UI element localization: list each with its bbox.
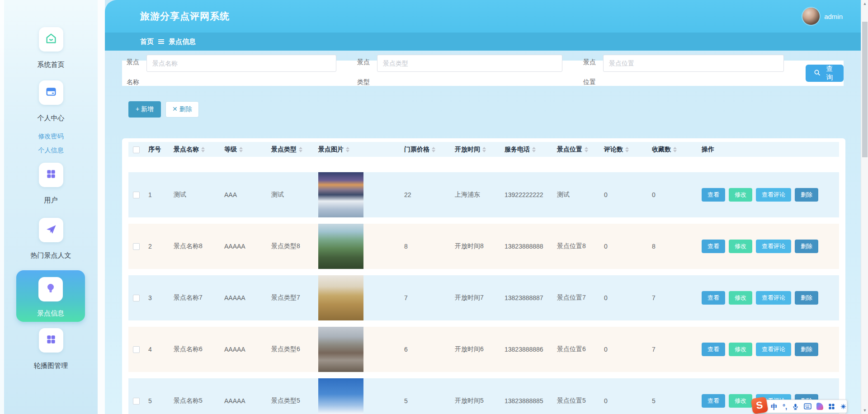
sidebar-item-label: 景点信息	[16, 309, 85, 318]
home-icon	[45, 32, 57, 47]
column-header: 景点名称	[174, 146, 199, 154]
column-header: 收藏数	[652, 146, 671, 154]
sidebar-item-home[interactable]: 系统首页	[4, 27, 98, 69]
view-button[interactable]: 查看	[702, 343, 725, 356]
row-actions: 查看修改查看评论删除	[702, 240, 839, 253]
table-row: 2 景点名称8 AAAAA 景点类型8 8 开放时间8 13823888888 …	[128, 221, 839, 272]
sort-carets-icon[interactable]	[432, 147, 435, 152]
sidebar: 系统首页 个人中心 修改密码 个人信息	[0, 0, 105, 414]
search-bar: 景点名称 景点类型 景点位置 查询	[122, 61, 844, 86]
paper-plane-icon	[45, 223, 57, 237]
sidebar-item-carousel-management[interactable]: 轮播图管理	[4, 328, 98, 370]
delete-row-button[interactable]: 删除	[795, 240, 818, 253]
column-header: 序号	[148, 146, 161, 154]
view-comments-button[interactable]: 查看评论	[756, 343, 791, 356]
sidebar-item-hot-attractions[interactable]: 热门景点人文	[4, 218, 98, 260]
sort-carets-icon[interactable]	[482, 147, 486, 152]
view-comments-button[interactable]: 查看评论	[756, 188, 791, 202]
attraction-type-input[interactable]	[377, 55, 562, 72]
scroll-up-arrow-icon[interactable]: ▲	[861, 0, 868, 7]
scrollbar[interactable]: ▲ ▼	[861, 0, 868, 414]
query-button[interactable]: 查询	[806, 65, 844, 82]
attraction-photo	[318, 172, 363, 217]
view-button[interactable]: 查看	[702, 240, 725, 253]
keyboard-icon[interactable]	[804, 403, 811, 409]
ime-skin-icon[interactable]	[816, 403, 823, 410]
sidebar-item-label: 用户	[4, 196, 98, 205]
sort-carets-icon[interactable]	[239, 147, 243, 152]
sort-carets-icon[interactable]	[673, 147, 677, 152]
sidebar-item-users[interactable]: 用户	[4, 163, 98, 205]
view-button[interactable]: 查看	[702, 291, 725, 305]
delete-row-button[interactable]: 删除	[795, 343, 818, 356]
sidebar-item-label: 系统首页	[4, 61, 98, 69]
row-actions: 查看修改查看评论删除	[702, 343, 839, 356]
row-actions: 查看修改查看评论删除	[702, 291, 839, 305]
sort-carets-icon[interactable]	[585, 147, 588, 152]
top-header: 旅游分享点评网系统 admin	[105, 0, 868, 33]
view-button[interactable]: 查看	[702, 394, 725, 408]
ime-toolbox-icon[interactable]	[840, 403, 847, 410]
row-checkbox[interactable]	[133, 295, 140, 301]
sidebar-link-change-password[interactable]: 修改密码	[4, 132, 98, 141]
id-card-icon	[45, 85, 57, 100]
view-comments-button[interactable]: 查看评论	[756, 240, 791, 253]
delete-row-button[interactable]: 删除	[795, 291, 818, 305]
view-comments-button[interactable]: 查看评论	[756, 291, 791, 305]
sidebar-left-strip	[0, 0, 4, 414]
sort-carets-icon[interactable]	[346, 147, 349, 152]
table-row: 1 测试 AAA 测试 22 上海浦东 13922222222 测试 0 0 查…	[128, 165, 839, 221]
sidebar-item-attraction-info[interactable]: 景点信息	[16, 270, 85, 322]
delete-row-button[interactable]: 删除	[795, 188, 818, 202]
breadcrumb-separator-icon	[158, 39, 164, 44]
user-box[interactable]: admin	[802, 0, 843, 33]
edit-button[interactable]: 修改	[729, 291, 752, 305]
row-checkbox[interactable]	[133, 346, 140, 353]
select-all-checkbox[interactable]	[133, 146, 140, 153]
attractions-table: 序号景点名称等级景点类型景点图片门票价格开放时间服务电话景点位置评论数收藏数操作…	[128, 142, 839, 414]
table-row: 3 景点名称7 AAAAA 景点类型7 7 开放时间7 13823888887 …	[128, 272, 839, 324]
sort-carets-icon[interactable]	[299, 147, 302, 152]
edit-button[interactable]: 修改	[729, 394, 752, 408]
row-checkbox[interactable]	[133, 398, 140, 405]
ime-punctuation[interactable]: °,	[783, 403, 787, 410]
sidebar-item-label: 个人中心	[4, 114, 98, 122]
column-header: 开放时间	[455, 146, 480, 154]
attraction-location-input[interactable]	[603, 55, 784, 72]
attraction-name-input[interactable]	[146, 55, 336, 72]
edit-button[interactable]: 修改	[729, 240, 752, 253]
edit-button[interactable]: 修改	[729, 343, 752, 356]
column-header: 操作	[702, 146, 714, 154]
sidebar-item-label: 轮播图管理	[4, 362, 98, 370]
delete-button[interactable]: ✕ 删除	[165, 101, 199, 118]
view-button[interactable]: 查看	[702, 188, 725, 202]
page-title: 旅游分享点评网系统	[140, 0, 230, 33]
microphone-icon[interactable]	[792, 403, 799, 410]
scrollbar-thumb[interactable]	[862, 22, 868, 157]
search-label-type: 景点类型	[357, 52, 371, 92]
column-header: 等级	[224, 146, 237, 154]
row-checkbox[interactable]	[133, 243, 140, 250]
add-button[interactable]: + 新增	[128, 101, 161, 118]
search-icon	[814, 69, 821, 77]
avatar[interactable]	[802, 8, 820, 25]
row-actions: 查看修改查看评论删除	[702, 188, 839, 202]
sidebar-item-personal-center[interactable]: 个人中心	[4, 80, 98, 122]
row-checkbox[interactable]	[133, 192, 140, 198]
search-label-location: 景点位置	[583, 52, 597, 92]
sort-carets-icon[interactable]	[625, 147, 629, 152]
sort-carets-icon[interactable]	[201, 147, 205, 152]
sidebar-link-profile[interactable]: 个人信息	[4, 146, 98, 155]
ime-apps-grid-icon[interactable]	[828, 403, 835, 410]
sogou-logo-icon[interactable]: S	[751, 397, 769, 414]
sidebar-item-label: 热门景点人文	[4, 251, 98, 260]
attraction-photo	[318, 275, 363, 320]
edit-button[interactable]: 修改	[729, 188, 752, 202]
search-label-name: 景点名称	[127, 52, 140, 92]
scroll-down-arrow-icon[interactable]: ▼	[861, 407, 868, 414]
column-header: 景点图片	[318, 146, 344, 154]
breadcrumb-bar: 首页 景点信息	[105, 33, 868, 51]
breadcrumb-home[interactable]: 首页	[140, 38, 154, 46]
ime-chinese-mode[interactable]: 中	[771, 403, 778, 410]
sort-carets-icon[interactable]	[532, 147, 536, 152]
